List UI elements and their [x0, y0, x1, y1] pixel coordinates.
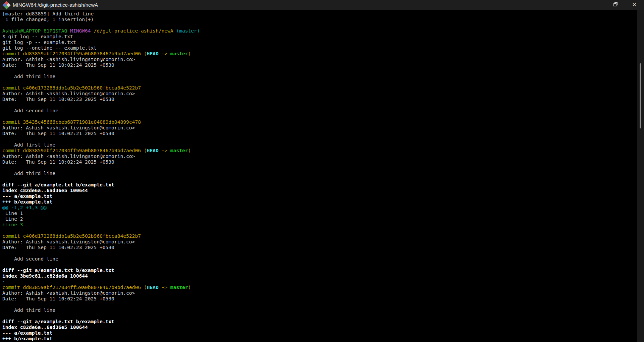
- terminal-line: Author: Ashish <ashish.livingston@comori…: [2, 290, 637, 296]
- terminal-line: index 3be9c81..c82de6a 100644: [2, 273, 637, 279]
- terminal-line: Date: Thu Sep 11 10:02:23 2025 +0530: [2, 244, 637, 250]
- terminal-line: Line 2: [2, 216, 637, 222]
- scrollbar-track[interactable]: [637, 10, 644, 342]
- minimize-button[interactable]: [586, 0, 605, 10]
- terminal-line: index c82de6a..6ad36e5 100644: [2, 187, 637, 193]
- terminal-line: diff --git a/example.txt b/example.txt: [2, 319, 637, 324]
- msys2-diamond-icon: [3, 2, 10, 8]
- terminal-line: Line 1: [2, 210, 637, 216]
- terminal-line: Author: Ashish <ashish.livingston@comori…: [2, 239, 637, 244]
- terminal-line: Add second line: [2, 108, 637, 113]
- terminal-line: Add third line: [2, 170, 637, 176]
- terminal-line: [2, 68, 637, 73]
- terminal-line: [master dd83859] Add third line: [2, 11, 637, 16]
- window-controls: ✕: [586, 0, 644, 10]
- terminal-line: Author: Ashish <ashish.livingston@comori…: [2, 153, 637, 159]
- terminal-line: Date: Thu Sep 11 10:02:24 2025 +0530: [2, 296, 637, 301]
- terminal-line: Author: Ashish <ashish.livingston@comori…: [2, 91, 637, 96]
- terminal-line: 1 file changed, 1 insertion(+): [2, 16, 637, 22]
- terminal-line: +++ b/example.txt: [2, 336, 637, 341]
- terminal-line: Add first line: [2, 142, 637, 148]
- terminal-line: index c82de6a..6ad36e5 100644: [2, 324, 637, 330]
- terminal-line: @@ -1,2 +1,3 @@: [2, 205, 637, 210]
- terminal-line: commit dd83859abf217034ff59a0b8078467b9b…: [2, 148, 637, 153]
- close-button[interactable]: ✕: [625, 0, 644, 10]
- restore-button[interactable]: [605, 0, 625, 10]
- terminal-output[interactable]: [master dd83859] Add third line 1 file c…: [0, 10, 637, 342]
- terminal-line: :: [2, 279, 637, 284]
- window-title: MINGW64:/d/git-practice-ashish/newA: [13, 2, 98, 8]
- terminal-line: Date: Thu Sep 11 10:02:21 2025 +0530: [2, 130, 637, 136]
- terminal-line: commit c406d173268ddb1a5b2e502b960fbcca8…: [2, 233, 637, 239]
- scrollbar-thumb[interactable]: [640, 63, 641, 128]
- terminal-line: [2, 113, 637, 119]
- restore-icon: [613, 3, 616, 6]
- terminal-line: Date: Thu Sep 11 10:02:23 2025 +0530: [2, 96, 637, 102]
- title-bar: MINGW64:/d/git-practice-ashish/newA ✕: [0, 0, 644, 10]
- terminal-line: Date: Thu Sep 11 10:02:24 2025 +0530: [2, 159, 637, 165]
- terminal-line: [2, 262, 637, 267]
- terminal-line: git log --oneline -- example.txt: [2, 45, 637, 51]
- close-icon: ✕: [632, 2, 637, 7]
- minimize-icon: [593, 5, 597, 5]
- terminal-line: commit dd83859abf217034ff59a0b8078467b9b…: [2, 51, 637, 56]
- terminal-line: Add third line: [2, 307, 637, 313]
- terminal-line: $ git log -- example.txt: [2, 34, 637, 39]
- terminal-line: Author: Ashish <ashish.livingston@comori…: [2, 125, 637, 130]
- terminal-line: [2, 301, 637, 307]
- terminal-line: +++ b/example.txt: [2, 199, 637, 205]
- terminal-line: Author: Ashish <ashish.livingston@comori…: [2, 56, 637, 62]
- terminal-line: [2, 102, 637, 108]
- terminal-line: [2, 165, 637, 170]
- terminal-line: [2, 313, 637, 319]
- terminal-line: [2, 79, 637, 85]
- terminal-line: commit c406d173268ddb1a5b2e502b960fbcca8…: [2, 85, 637, 91]
- terminal-line: --- a/example.txt: [2, 330, 637, 336]
- terminal-line: Add second line: [2, 256, 637, 262]
- terminal-line: diff --git a/example.txt b/example.txt: [2, 182, 637, 187]
- terminal-line: Date: Thu Sep 11 10:02:24 2025 +0530: [2, 62, 637, 68]
- terminal-line: [2, 250, 637, 256]
- terminal-line: [2, 136, 637, 142]
- terminal-line: +Line 3: [2, 222, 637, 227]
- terminal-line: commit dd83859abf217034ff59a0b8078467b9b…: [2, 284, 637, 290]
- terminal-line: --- a/example.txt: [2, 193, 637, 199]
- terminal-line: diff --git a/example.txt b/example.txt: [2, 267, 637, 273]
- terminal-line: [2, 227, 637, 233]
- terminal-line: Ashish@LAPTOP-81PQSTAQ MINGW64 /d/git-pr…: [2, 28, 637, 34]
- terminal-line: [2, 22, 637, 28]
- terminal-line: [2, 176, 637, 182]
- terminal-line: git log -p -- example.txt: [2, 39, 637, 45]
- terminal-line: Add third line: [2, 73, 637, 79]
- terminal-line: commit 35435c45666cbeb68771981e04089db04…: [2, 119, 637, 125]
